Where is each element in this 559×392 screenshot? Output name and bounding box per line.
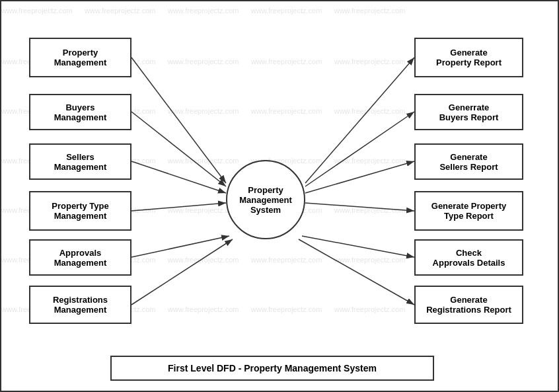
caption-box: First Level DFD - Property Management Sy… — [110, 356, 434, 381]
watermark: www.freeprojectz.com www.freeprojectz.co… — [1, 7, 405, 15]
svg-line-7 — [305, 58, 414, 183]
svg-line-12 — [299, 239, 414, 305]
svg-line-2 — [131, 112, 226, 186]
generate-property-report-box: Generate Property Report — [414, 38, 523, 77]
registrations-management-box: Registrations Management — [29, 286, 131, 324]
generate-buyers-report-box: Generrate Buyers Report — [414, 94, 523, 130]
generate-property-type-report-box: Generate Property Type Report — [414, 191, 523, 231]
svg-line-11 — [302, 236, 414, 257]
generate-registrations-report-box: Generate Registrations Report — [414, 286, 523, 324]
svg-line-5 — [131, 236, 229, 257]
center-circle: Property Management System — [226, 160, 305, 239]
property-management-box: Property Management — [29, 38, 131, 77]
svg-line-1 — [131, 58, 226, 183]
property-type-management-box: Property Type Management — [29, 191, 131, 231]
svg-line-9 — [305, 161, 414, 193]
svg-line-3 — [131, 161, 226, 193]
generate-sellers-report-box: Generate Sellers Report — [414, 143, 523, 180]
check-approvals-details-box: Check Approvals Details — [414, 239, 523, 276]
approvals-management-box: Approvals Management — [29, 239, 131, 276]
buyers-management-box: Buyers Management — [29, 94, 131, 130]
sellers-management-box: Sellers Management — [29, 143, 131, 180]
svg-line-6 — [131, 239, 233, 305]
svg-line-4 — [131, 203, 226, 211]
diagram-container: www.freeprojectz.com www.freeprojectz.co… — [0, 0, 559, 392]
svg-line-8 — [305, 112, 414, 186]
svg-line-10 — [305, 203, 414, 211]
